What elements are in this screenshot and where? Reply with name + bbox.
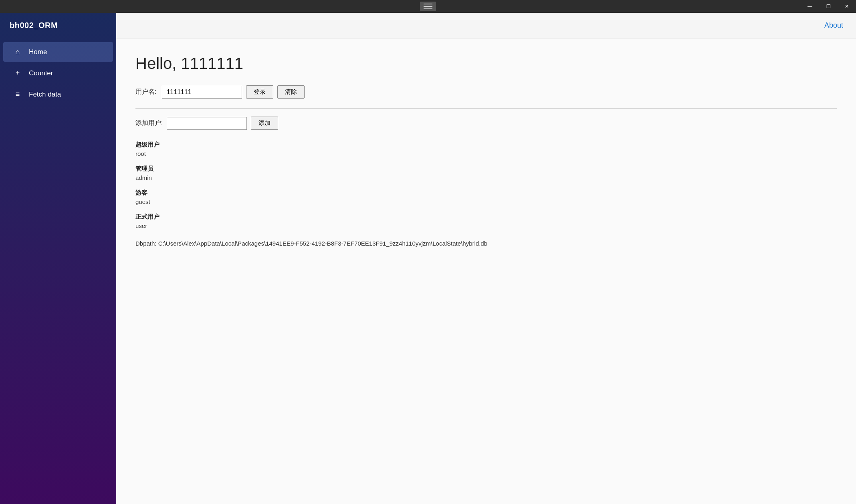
login-label: 用户名: [135,88,156,96]
sidebar-item-home[interactable]: ⌂ Home [3,42,113,62]
guest-name: guest [135,198,837,205]
sidebar: bh002_ORM ⌂ Home + Counter ≡ Fetch data [0,13,116,504]
restore-button[interactable]: ❐ [819,0,838,13]
user-title: 正式用户 [135,213,837,221]
top-bar: About [116,13,856,38]
guest-title: 游客 [135,189,837,197]
main-content: About Hello, 1111111 用户名: 登录 清除 添加用户: 添加… [116,13,856,504]
clear-button[interactable]: 清除 [277,85,305,99]
admin-name: admin [135,174,837,181]
sidebar-nav: ⌂ Home + Counter ≡ Fetch data [0,41,116,105]
super-user-name: root [135,150,837,157]
add-user-input[interactable] [167,117,247,130]
add-user-row: 添加用户: 添加 [135,117,837,130]
hamburger-icon [420,2,436,11]
sidebar-item-home-label: Home [29,48,47,56]
super-user-title: 超级用户 [135,141,837,149]
admin-title: 管理员 [135,165,837,173]
user-group-user: 正式用户 user [135,213,837,229]
title-bar: — ❐ ✕ [0,0,856,13]
page-title: Hello, 1111111 [135,54,837,73]
home-icon: ⌂ [13,48,22,56]
sidebar-item-fetch-data[interactable]: ≡ Fetch data [3,85,113,104]
username-input[interactable] [162,86,242,99]
close-button[interactable]: ✕ [838,0,856,13]
user-group-guest: 游客 guest [135,189,837,205]
sidebar-item-counter-label: Counter [29,69,53,77]
sidebar-item-counter[interactable]: + Counter [3,63,113,83]
sidebar-brand: bh002_ORM [0,13,116,38]
about-link[interactable]: About [824,21,843,30]
dbpath: Dbpath: C:\Users\Alex\AppData\Local\Pack… [135,239,837,248]
add-button[interactable]: 添加 [251,117,278,130]
plus-icon: + [13,69,22,77]
login-button[interactable]: 登录 [246,85,273,99]
login-row: 用户名: 登录 清除 [135,85,837,99]
user-group-super: 超级用户 root [135,141,837,157]
list-icon: ≡ [13,90,22,99]
user-name: user [135,222,837,229]
sidebar-item-fetch-data-label: Fetch data [29,91,61,99]
minimize-button[interactable]: — [801,0,819,13]
user-group-admin: 管理员 admin [135,165,837,181]
window-controls: — ❐ ✕ [801,0,856,13]
add-user-label: 添加用户: [135,119,163,127]
divider [135,108,837,109]
app-container: bh002_ORM ⌂ Home + Counter ≡ Fetch data … [0,13,856,504]
content-area: Hello, 1111111 用户名: 登录 清除 添加用户: 添加 超级用户 … [116,38,856,504]
